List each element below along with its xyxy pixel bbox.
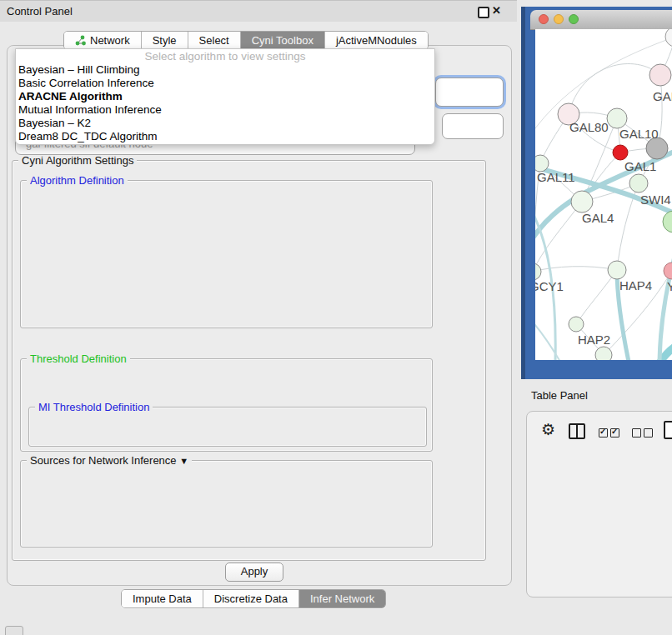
network-node[interactable] [535,155,549,172]
tab-label: Select [199,34,229,47]
network-edge [576,270,617,324]
network-node[interactable] [608,261,626,279]
algorithm-dropdown-popup: Select algorithm to view settings Bayesi… [15,48,435,145]
network-node[interactable] [664,262,672,279]
network-edge [569,63,660,114]
close-icon[interactable]: ✕ [492,4,501,17]
network-edge [535,267,617,272]
tab-network[interactable]: Network [64,32,142,49]
tab-cyni-toolbox[interactable]: Cyni Toolbox [241,32,325,49]
control-panel-title: Control Panel [7,5,73,18]
node-label: GAL4 [582,211,614,225]
algorithm-placeholder: Select algorithm to view settings [16,49,434,63]
algorithm-option[interactable]: ARACNE Algorithm [16,90,434,103]
tab-style[interactable]: Style [142,32,188,49]
node-label: GAL11 [537,170,575,184]
node-label: GAL10 [619,127,659,141]
tab-label: jActiveMNodules [336,34,417,47]
bottom-tab-label: Discretize Data [214,592,288,605]
algorithm-option[interactable]: Mutual Information Inference [16,103,434,117]
network-node[interactable] [629,174,648,192]
mi-threshold-title: MI Threshold Definition [35,401,153,413]
sources-title: Sources for Network Inference ▼ [27,454,192,467]
document-icon[interactable] [664,421,672,439]
node-label: SWI4 [640,192,671,207]
control-panel-titlebar: Control Panel ✕ [0,0,517,22]
network-node[interactable] [535,263,541,280]
algorithm-definition-title: Algorithm Definition [27,174,128,187]
tab-label: Network [90,34,130,47]
screen: Control Panel ✕ NetworkStyleSelectCyni T… [0,0,672,635]
float-window-icon[interactable] [478,7,489,18]
network-window-titlebar[interactable] [530,10,672,30]
algorithm-option[interactable]: Bayesian – K2 [16,117,434,130]
gear-icon[interactable]: ⚙ [541,420,555,439]
collapse-down-icon[interactable]: ▼ [179,456,188,466]
node-label: GAL1 [624,159,656,173]
table-panel-title: Table Panel [531,389,588,402]
tab-label: Style [153,34,177,47]
bottom-tab-label: Infer Network [310,592,374,605]
network-node[interactable] [571,191,593,212]
bottom-tabbar: Impute DataDiscretize DataInfer Network [121,589,386,608]
minimize-traffic-icon[interactable] [554,14,564,24]
network-canvas[interactable]: GALGAL80GAL10GAL1GAL11SWI4GAL4GCY1HAP4YH… [535,29,672,360]
node-label: HAP4 [619,278,652,292]
control-panel-tabbar: NetworkStyleSelectCyni ToolboxjActiveMNo… [63,31,429,50]
checked-rows-icon[interactable] [599,426,622,441]
zoom-traffic-icon[interactable] [569,14,579,24]
close-traffic-icon[interactable] [539,14,549,24]
network-window: GALGAL80GAL10GAL1GAL11SWI4GAL4GCY1HAP4YH… [521,7,672,379]
apply-button[interactable]: Apply [225,562,283,582]
sources-group: Sources for Network Inference ▼ [20,460,433,548]
algorithm-definition-group: Algorithm Definition [20,180,433,328]
bottom-tab-label: Impute Data [133,592,192,605]
threshold-definition-title: Threshold Definition [27,352,130,365]
sources-title-text: Sources for Network Inference [30,454,177,467]
network-node[interactable] [607,108,627,128]
bottom-tab-impute-data[interactable]: Impute Data [122,590,203,608]
tab-label: Cyni Toolbox [252,34,313,47]
network-node[interactable] [595,347,612,360]
mi-threshold-group: MI Threshold Definition [28,407,427,447]
node-label: GCY1 [535,279,564,293]
network-node[interactable] [649,64,671,86]
node-label: GAL [653,89,672,103]
network-node[interactable] [663,211,672,232]
cyni-settings-title: Cyni Algorithm Settings [18,154,137,167]
bottom-tab-infer-network[interactable]: Infer Network [299,590,385,608]
unchecked-rows-icon[interactable] [632,426,655,441]
algorithm-option[interactable]: Dream8 DC_TDC Algorithm [16,130,434,143]
focused-combo-partial[interactable] [435,78,504,107]
bottom-tab-discretize-data[interactable]: Discretize Data [203,590,299,608]
columns-icon[interactable] [569,423,585,439]
collapsed-panel-button[interactable] [5,626,23,635]
algorithm-option[interactable]: Bayesian – Hill Climbing [16,63,434,77]
network-node[interactable] [569,317,584,332]
tab-select[interactable]: Select [188,32,241,49]
table-panel-card: ⚙ [526,411,672,598]
algorithm-option[interactable]: Basic Correlation Inference [16,77,434,90]
combo-partial[interactable] [442,113,504,139]
network-node[interactable] [613,145,628,160]
tab-jactivemnodules[interactable]: jActiveMNodules [325,32,428,49]
node-label: Y [667,279,672,293]
network-icon [75,35,86,46]
network-node[interactable] [665,29,672,47]
node-label: GAL80 [569,120,609,134]
node-label: HAP2 [578,332,610,347]
